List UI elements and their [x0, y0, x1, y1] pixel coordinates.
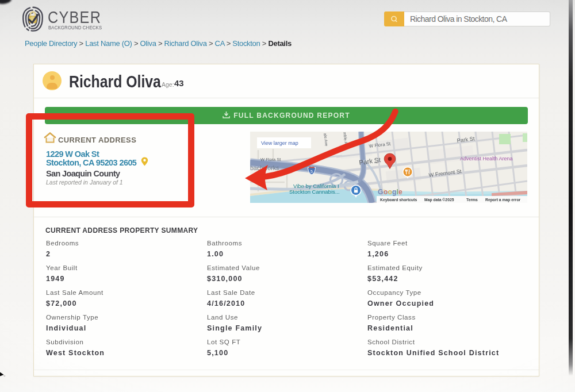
svg-text:Terms: Terms: [466, 198, 478, 202]
svg-text:Map data ©2025: Map data ©2025: [424, 198, 454, 202]
svg-text:e: e: [398, 188, 402, 196]
svg-text:View larger map: View larger map: [261, 140, 298, 146]
svg-text:G: G: [378, 188, 384, 196]
svg-text:Report a map error: Report a map error: [485, 198, 521, 202]
svg-text:g: g: [392, 188, 397, 196]
svg-text:Adventist Health Arena: Adventist Health Arena: [460, 156, 513, 162]
svg-text:Stockton Cannabis...: Stockton Cannabis...: [289, 189, 340, 195]
svg-text:o: o: [388, 188, 393, 196]
svg-text:bachworks: bachworks: [250, 164, 279, 171]
svg-text:5: 5: [310, 170, 313, 174]
svg-text:o: o: [384, 188, 388, 196]
svg-text:W Flora St: W Flora St: [260, 157, 281, 162]
svg-text:Keyboard shortcuts: Keyboard shortcuts: [380, 198, 417, 202]
